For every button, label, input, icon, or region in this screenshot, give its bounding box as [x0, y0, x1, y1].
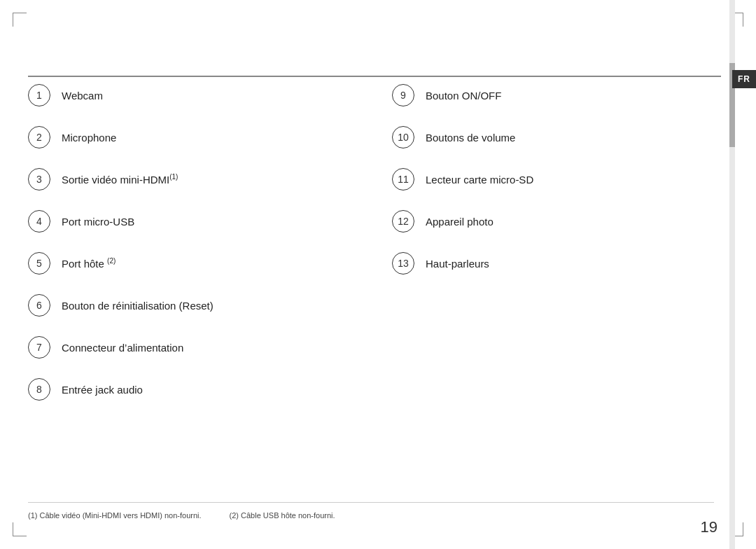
list-item: 3Sortie vidéo mini-HDMI(1) [28, 168, 350, 190]
item-label: Boutons de volume [426, 132, 515, 144]
item-number-badge: 13 [392, 252, 414, 274]
item-number-badge: 6 [28, 294, 50, 317]
corner-mark-tl [13, 13, 27, 27]
left-column: 1Webcam2Microphone3Sortie vidéo mini-HDM… [28, 84, 364, 420]
list-item: 10Boutons de volume [392, 126, 714, 148]
item-number-badge: 12 [392, 210, 414, 232]
corner-mark-bl [13, 522, 27, 536]
item-number-badge: 3 [28, 168, 50, 190]
list-item: 13Haut-parleurs [392, 252, 714, 274]
list-item: 6Bouton de réinitialisation (Reset) [28, 294, 350, 317]
item-label: Lecteur carte micro-SD [426, 174, 533, 186]
item-label: Port hôte (2) [62, 257, 115, 270]
item-label: Entrée jack audio [62, 384, 143, 396]
list-item: 2Microphone [28, 126, 350, 148]
list-item: 8Entrée jack audio [28, 378, 350, 401]
footer-notes: (1) Câble vidéo (Mini-HDMI vers HDMI) no… [28, 502, 714, 520]
item-number-badge: 11 [392, 168, 414, 190]
item-label: Appareil photo [426, 216, 493, 228]
main-content: 1Webcam2Microphone3Sortie vidéo mini-HDM… [28, 84, 714, 507]
item-number-badge: 5 [28, 252, 50, 274]
item-number-badge: 10 [392, 126, 414, 148]
item-label: Webcam [62, 90, 103, 102]
top-divider [28, 76, 721, 77]
language-tab: FR [732, 70, 756, 88]
footnote: (2) Câble USB hôte non-fourni. [230, 511, 335, 520]
item-number-badge: 1 [28, 84, 50, 106]
item-number-badge: 8 [28, 378, 50, 401]
list-item: 12Appareil photo [392, 210, 714, 232]
item-number-badge: 7 [28, 336, 50, 359]
item-number-badge: 2 [28, 126, 50, 148]
item-label: Microphone [62, 132, 116, 144]
list-item: 9Bouton ON/OFF [392, 84, 714, 106]
page-number: 19 [701, 518, 718, 536]
list-item: 11Lecteur carte micro-SD [392, 168, 714, 190]
item-label: Haut-parleurs [426, 258, 489, 270]
list-item: 5Port hôte (2) [28, 252, 350, 274]
list-item: 1Webcam [28, 84, 350, 106]
list-item: 7Connecteur d’alimentation [28, 336, 350, 359]
item-label: Connecteur d’alimentation [62, 342, 183, 354]
item-number-badge: 9 [392, 84, 414, 106]
item-label: Sortie vidéo mini-HDMI(1) [62, 173, 178, 186]
item-label: Port micro-USB [62, 216, 134, 228]
right-column: 9Bouton ON/OFF10Boutons de volume11Lecte… [364, 84, 714, 420]
item-number-badge: 4 [28, 210, 50, 232]
list-item: 4Port micro-USB [28, 210, 350, 232]
item-columns: 1Webcam2Microphone3Sortie vidéo mini-HDM… [28, 84, 714, 420]
item-label: Bouton ON/OFF [426, 90, 501, 102]
footnote: (1) Câble vidéo (Mini-HDMI vers HDMI) no… [28, 511, 202, 520]
item-label: Bouton de réinitialisation (Reset) [62, 300, 214, 312]
